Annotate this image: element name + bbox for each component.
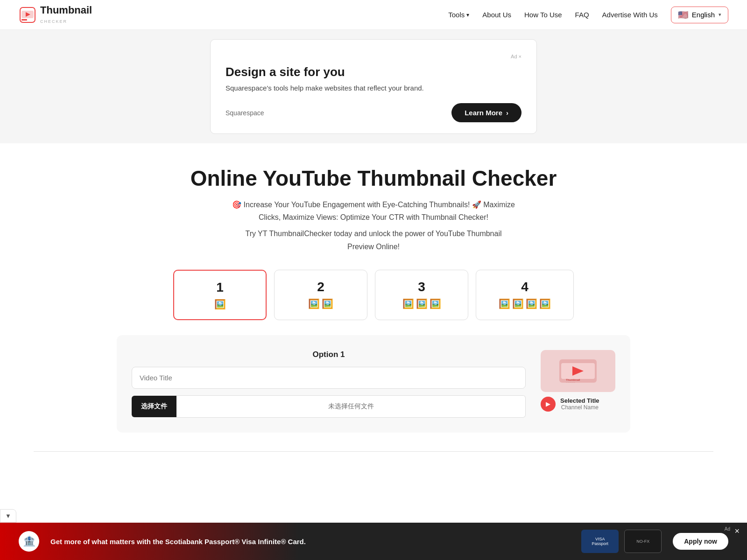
channel-avatar: ▶ xyxy=(541,397,556,412)
tab-2-icons: 🖼️ 🖼️ xyxy=(297,298,345,309)
preview-logo-icon: Thumbnail CHECKER xyxy=(559,359,597,383)
tab-3-icons: 🖼️ 🖼️ 🖼️ xyxy=(398,298,445,309)
svg-text:CHECKER: CHECKER xyxy=(566,382,575,383)
nav-links: Tools ▾ About Us How To Use FAQ Advertis… xyxy=(448,7,728,23)
ad-sponsored-label: Ad × xyxy=(226,54,521,59)
tools-menu-button[interactable]: Tools ▾ xyxy=(448,11,469,19)
tab-4[interactable]: 4 🖼️ 🖼️ 🖼️ 🖼️ xyxy=(476,270,574,320)
thumb-icon: 🖼️ xyxy=(402,298,414,309)
tab-1-icons: 🖼️ xyxy=(197,299,243,310)
channel-title: Selected Title xyxy=(560,397,599,404)
tab-1[interactable]: 1 🖼️ xyxy=(173,270,267,320)
lang-label: English xyxy=(692,11,715,19)
hero-sub2: Try YT ThumbnailChecker today and unlock… xyxy=(243,227,504,252)
thumb-icon: 🖼️ xyxy=(416,298,428,309)
ad-description: Squarespace's tools help make websites t… xyxy=(226,84,521,92)
thumb-icon: 🖼️ xyxy=(499,298,510,309)
logo-text: Thumbnail xyxy=(40,5,92,16)
option-label: Option 1 xyxy=(132,350,526,359)
tab-2[interactable]: 2 🖼️ 🖼️ xyxy=(274,270,367,320)
preview-panel: Thumbnail CHECKER ▶ Selected Title Chann… xyxy=(541,350,615,412)
ad-cta-button[interactable]: Learn More › xyxy=(451,103,521,122)
file-choose-button[interactable]: 选择文件 xyxy=(132,396,176,417)
thumb-icon: 🖼️ xyxy=(430,298,441,309)
logo-link[interactable]: Thumbnail CHECKER xyxy=(19,5,92,24)
logo-sub: CHECKER xyxy=(40,19,67,24)
thumb-icon: 🖼️ xyxy=(539,298,551,309)
thumb-icon: 🖼️ xyxy=(526,298,537,309)
navbar: Thumbnail CHECKER Tools ▾ About Us How T… xyxy=(0,0,747,30)
about-link[interactable]: About Us xyxy=(482,11,511,19)
video-title-input[interactable] xyxy=(132,367,526,389)
arrow-right-icon: › xyxy=(506,109,508,117)
svg-text:Thumbnail: Thumbnail xyxy=(566,378,580,381)
tab-2-number: 2 xyxy=(297,280,345,294)
section-divider xyxy=(34,451,713,452)
ad-banner: Ad × Design a site for you Squarespace's… xyxy=(0,30,747,143)
tab-3[interactable]: 3 🖼️ 🖼️ 🖼️ xyxy=(375,270,468,320)
ad-brand: Squarespace xyxy=(226,109,264,117)
thumb-icon: 🖼️ xyxy=(512,298,524,309)
channel-avatar-icon: ▶ xyxy=(546,400,550,407)
lang-chevron-icon: ▾ xyxy=(719,12,721,18)
file-upload-row: 选择文件 未选择任何文件 xyxy=(132,395,526,418)
flag-icon: 🇺🇸 xyxy=(678,10,688,20)
tab-1-number: 1 xyxy=(197,280,243,295)
thumb-icon: 🖼️ xyxy=(322,298,333,309)
option-panel: Option 1 选择文件 未选择任何文件 Thumbnail CHECKER … xyxy=(117,335,630,433)
tab-4-icons: 🖼️ 🖼️ 🖼️ 🖼️ xyxy=(499,298,551,309)
thumbnail-preview: Thumbnail CHECKER xyxy=(541,350,615,392)
how-to-link[interactable]: How To Use xyxy=(524,11,562,19)
channel-name: Channel Name xyxy=(560,404,599,411)
tab-3-number: 3 xyxy=(398,280,445,294)
main-content: Online YouTube Thumbnail Checker 🎯 Incre… xyxy=(0,143,747,452)
ad-card: Ad × Design a site for you Squarespace's… xyxy=(210,39,537,134)
ad-title: Design a site for you xyxy=(226,65,521,79)
faq-link[interactable]: FAQ xyxy=(575,11,589,19)
channel-info: Selected Title Channel Name xyxy=(560,397,599,411)
page-title: Online YouTube Thumbnail Checker xyxy=(19,166,728,191)
ad-footer: Squarespace Learn More › xyxy=(226,103,521,122)
language-selector[interactable]: 🇺🇸 English ▾ xyxy=(671,7,728,23)
layout-tabs: 1 🖼️ 2 🖼️ 🖼️ 3 🖼️ 🖼️ 🖼️ 4 🖼️ 🖼️ xyxy=(19,270,728,320)
svg-rect-4 xyxy=(21,19,27,21)
file-name-display: 未选择任何文件 xyxy=(176,395,526,418)
option-form: Option 1 选择文件 未选择任何文件 xyxy=(132,350,526,418)
thumb-icon: 🖼️ xyxy=(308,298,320,309)
channel-row: ▶ Selected Title Channel Name xyxy=(541,397,615,412)
tools-chevron-icon: ▾ xyxy=(466,12,469,18)
advertise-link[interactable]: Advertise With Us xyxy=(602,11,658,19)
tab-4-number: 4 xyxy=(499,280,551,294)
hero-subtitle: 🎯 Increase Your YouTube Engagement with … xyxy=(224,198,523,224)
thumb-icon: 🖼️ xyxy=(214,299,226,310)
